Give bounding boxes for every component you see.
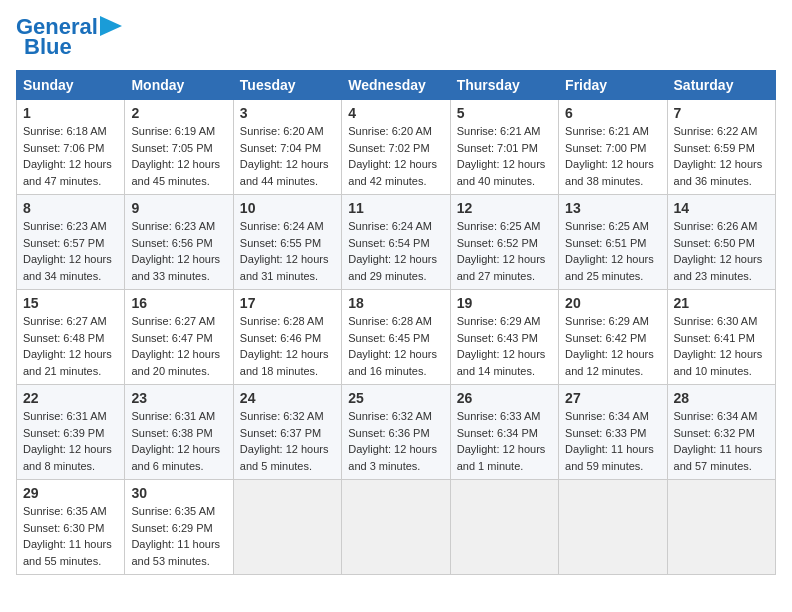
day-cell: 6Sunrise: 6:21 AM Sunset: 7:00 PM Daylig… bbox=[559, 100, 667, 195]
day-info: Sunrise: 6:21 AM Sunset: 7:00 PM Dayligh… bbox=[565, 123, 660, 189]
day-info: Sunrise: 6:18 AM Sunset: 7:06 PM Dayligh… bbox=[23, 123, 118, 189]
day-info: Sunrise: 6:31 AM Sunset: 6:38 PM Dayligh… bbox=[131, 408, 226, 474]
day-cell: 11Sunrise: 6:24 AM Sunset: 6:54 PM Dayli… bbox=[342, 195, 450, 290]
day-number: 29 bbox=[23, 485, 118, 501]
day-cell bbox=[559, 480, 667, 575]
day-cell bbox=[342, 480, 450, 575]
day-cell: 24Sunrise: 6:32 AM Sunset: 6:37 PM Dayli… bbox=[233, 385, 341, 480]
day-info: Sunrise: 6:34 AM Sunset: 6:32 PM Dayligh… bbox=[674, 408, 769, 474]
day-info: Sunrise: 6:28 AM Sunset: 6:46 PM Dayligh… bbox=[240, 313, 335, 379]
day-number: 30 bbox=[131, 485, 226, 501]
day-number: 25 bbox=[348, 390, 443, 406]
week-row-1: 1Sunrise: 6:18 AM Sunset: 7:06 PM Daylig… bbox=[17, 100, 776, 195]
day-info: Sunrise: 6:20 AM Sunset: 7:04 PM Dayligh… bbox=[240, 123, 335, 189]
header-wednesday: Wednesday bbox=[342, 71, 450, 100]
week-row-3: 15Sunrise: 6:27 AM Sunset: 6:48 PM Dayli… bbox=[17, 290, 776, 385]
day-info: Sunrise: 6:35 AM Sunset: 6:29 PM Dayligh… bbox=[131, 503, 226, 569]
day-cell bbox=[667, 480, 775, 575]
day-cell: 10Sunrise: 6:24 AM Sunset: 6:55 PM Dayli… bbox=[233, 195, 341, 290]
day-info: Sunrise: 6:33 AM Sunset: 6:34 PM Dayligh… bbox=[457, 408, 552, 474]
day-number: 16 bbox=[131, 295, 226, 311]
day-info: Sunrise: 6:30 AM Sunset: 6:41 PM Dayligh… bbox=[674, 313, 769, 379]
day-number: 22 bbox=[23, 390, 118, 406]
day-cell: 18Sunrise: 6:28 AM Sunset: 6:45 PM Dayli… bbox=[342, 290, 450, 385]
day-number: 17 bbox=[240, 295, 335, 311]
day-info: Sunrise: 6:21 AM Sunset: 7:01 PM Dayligh… bbox=[457, 123, 552, 189]
day-cell: 2Sunrise: 6:19 AM Sunset: 7:05 PM Daylig… bbox=[125, 100, 233, 195]
day-cell: 15Sunrise: 6:27 AM Sunset: 6:48 PM Dayli… bbox=[17, 290, 125, 385]
day-number: 19 bbox=[457, 295, 552, 311]
day-number: 6 bbox=[565, 105, 660, 121]
header-monday: Monday bbox=[125, 71, 233, 100]
day-info: Sunrise: 6:31 AM Sunset: 6:39 PM Dayligh… bbox=[23, 408, 118, 474]
day-cell: 20Sunrise: 6:29 AM Sunset: 6:42 PM Dayli… bbox=[559, 290, 667, 385]
day-info: Sunrise: 6:27 AM Sunset: 6:48 PM Dayligh… bbox=[23, 313, 118, 379]
day-cell: 1Sunrise: 6:18 AM Sunset: 7:06 PM Daylig… bbox=[17, 100, 125, 195]
logo-arrow-icon bbox=[100, 16, 122, 36]
day-cell: 12Sunrise: 6:25 AM Sunset: 6:52 PM Dayli… bbox=[450, 195, 558, 290]
day-info: Sunrise: 6:20 AM Sunset: 7:02 PM Dayligh… bbox=[348, 123, 443, 189]
header-row: SundayMondayTuesdayWednesdayThursdayFrid… bbox=[17, 71, 776, 100]
day-cell: 30Sunrise: 6:35 AM Sunset: 6:29 PM Dayli… bbox=[125, 480, 233, 575]
day-number: 23 bbox=[131, 390, 226, 406]
day-cell: 25Sunrise: 6:32 AM Sunset: 6:36 PM Dayli… bbox=[342, 385, 450, 480]
day-number: 21 bbox=[674, 295, 769, 311]
day-cell: 19Sunrise: 6:29 AM Sunset: 6:43 PM Dayli… bbox=[450, 290, 558, 385]
day-number: 12 bbox=[457, 200, 552, 216]
day-number: 11 bbox=[348, 200, 443, 216]
day-number: 9 bbox=[131, 200, 226, 216]
day-number: 5 bbox=[457, 105, 552, 121]
day-cell: 22Sunrise: 6:31 AM Sunset: 6:39 PM Dayli… bbox=[17, 385, 125, 480]
day-number: 27 bbox=[565, 390, 660, 406]
day-info: Sunrise: 6:34 AM Sunset: 6:33 PM Dayligh… bbox=[565, 408, 660, 474]
day-cell: 13Sunrise: 6:25 AM Sunset: 6:51 PM Dayli… bbox=[559, 195, 667, 290]
header-sunday: Sunday bbox=[17, 71, 125, 100]
calendar-table: SundayMondayTuesdayWednesdayThursdayFrid… bbox=[16, 70, 776, 575]
day-cell: 3Sunrise: 6:20 AM Sunset: 7:04 PM Daylig… bbox=[233, 100, 341, 195]
day-cell: 28Sunrise: 6:34 AM Sunset: 6:32 PM Dayli… bbox=[667, 385, 775, 480]
week-row-5: 29Sunrise: 6:35 AM Sunset: 6:30 PM Dayli… bbox=[17, 480, 776, 575]
day-info: Sunrise: 6:24 AM Sunset: 6:55 PM Dayligh… bbox=[240, 218, 335, 284]
day-info: Sunrise: 6:28 AM Sunset: 6:45 PM Dayligh… bbox=[348, 313, 443, 379]
day-cell bbox=[233, 480, 341, 575]
day-cell: 9Sunrise: 6:23 AM Sunset: 6:56 PM Daylig… bbox=[125, 195, 233, 290]
day-cell: 8Sunrise: 6:23 AM Sunset: 6:57 PM Daylig… bbox=[17, 195, 125, 290]
header-friday: Friday bbox=[559, 71, 667, 100]
day-cell bbox=[450, 480, 558, 575]
day-number: 28 bbox=[674, 390, 769, 406]
page-header: General Blue bbox=[16, 16, 776, 58]
day-cell: 5Sunrise: 6:21 AM Sunset: 7:01 PM Daylig… bbox=[450, 100, 558, 195]
header-saturday: Saturday bbox=[667, 71, 775, 100]
day-info: Sunrise: 6:23 AM Sunset: 6:56 PM Dayligh… bbox=[131, 218, 226, 284]
day-info: Sunrise: 6:27 AM Sunset: 6:47 PM Dayligh… bbox=[131, 313, 226, 379]
logo-blue: Blue bbox=[24, 36, 72, 58]
day-cell: 7Sunrise: 6:22 AM Sunset: 6:59 PM Daylig… bbox=[667, 100, 775, 195]
day-info: Sunrise: 6:22 AM Sunset: 6:59 PM Dayligh… bbox=[674, 123, 769, 189]
day-info: Sunrise: 6:25 AM Sunset: 6:52 PM Dayligh… bbox=[457, 218, 552, 284]
day-cell: 21Sunrise: 6:30 AM Sunset: 6:41 PM Dayli… bbox=[667, 290, 775, 385]
day-number: 18 bbox=[348, 295, 443, 311]
day-info: Sunrise: 6:35 AM Sunset: 6:30 PM Dayligh… bbox=[23, 503, 118, 569]
day-number: 10 bbox=[240, 200, 335, 216]
day-cell: 26Sunrise: 6:33 AM Sunset: 6:34 PM Dayli… bbox=[450, 385, 558, 480]
day-number: 26 bbox=[457, 390, 552, 406]
day-info: Sunrise: 6:29 AM Sunset: 6:42 PM Dayligh… bbox=[565, 313, 660, 379]
day-info: Sunrise: 6:23 AM Sunset: 6:57 PM Dayligh… bbox=[23, 218, 118, 284]
day-cell: 14Sunrise: 6:26 AM Sunset: 6:50 PM Dayli… bbox=[667, 195, 775, 290]
day-cell: 29Sunrise: 6:35 AM Sunset: 6:30 PM Dayli… bbox=[17, 480, 125, 575]
week-row-4: 22Sunrise: 6:31 AM Sunset: 6:39 PM Dayli… bbox=[17, 385, 776, 480]
day-info: Sunrise: 6:29 AM Sunset: 6:43 PM Dayligh… bbox=[457, 313, 552, 379]
day-number: 2 bbox=[131, 105, 226, 121]
day-cell: 4Sunrise: 6:20 AM Sunset: 7:02 PM Daylig… bbox=[342, 100, 450, 195]
day-cell: 27Sunrise: 6:34 AM Sunset: 6:33 PM Dayli… bbox=[559, 385, 667, 480]
day-cell: 16Sunrise: 6:27 AM Sunset: 6:47 PM Dayli… bbox=[125, 290, 233, 385]
day-number: 15 bbox=[23, 295, 118, 311]
day-number: 7 bbox=[674, 105, 769, 121]
day-info: Sunrise: 6:32 AM Sunset: 6:36 PM Dayligh… bbox=[348, 408, 443, 474]
header-tuesday: Tuesday bbox=[233, 71, 341, 100]
day-number: 24 bbox=[240, 390, 335, 406]
header-thursday: Thursday bbox=[450, 71, 558, 100]
day-info: Sunrise: 6:25 AM Sunset: 6:51 PM Dayligh… bbox=[565, 218, 660, 284]
day-number: 14 bbox=[674, 200, 769, 216]
day-number: 3 bbox=[240, 105, 335, 121]
